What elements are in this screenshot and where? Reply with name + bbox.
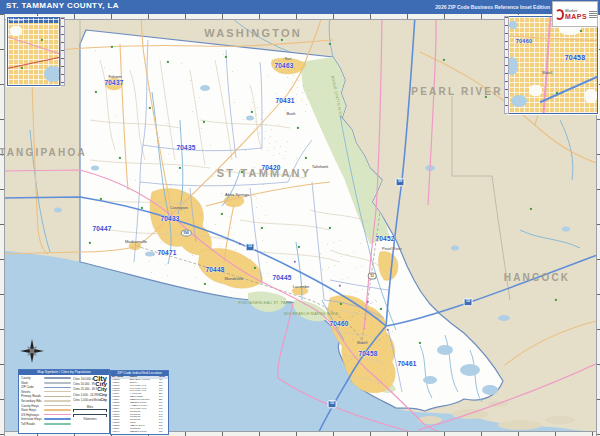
inset-right-marker [580, 30, 582, 32]
legend-city-sample: City [101, 399, 107, 402]
inset-right-marker [556, 92, 558, 94]
legend-symbol-label: Primary Roads [21, 394, 43, 398]
legend-symbol-line [44, 423, 71, 425]
legend-symbol-column: CountyStateZIP CodeStreetsPrimary RoadsS… [21, 376, 71, 426]
zip-index-cell: B2 [158, 431, 168, 434]
legend-symbol-label: Interstate Hwys [21, 417, 43, 421]
legend-symbol-line [44, 405, 71, 406]
legend-symbol-line [44, 418, 71, 420]
logo-swirl-icon [555, 9, 564, 20]
inset-right-open-area [529, 85, 542, 96]
legend-symbol-line [44, 382, 71, 384]
legend-symbol-label: US Highways [21, 413, 43, 417]
legend-symbol-label: Toll Roads [21, 422, 43, 426]
legend-symbol-line [44, 391, 71, 392]
zip-index-cell: 70471 [111, 431, 129, 434]
legend-city-row: Cities 5,000 - 24,999City [73, 392, 107, 397]
zip-index-table: ZIP CodeNameGrid70420ABITA SPRINGSC27043… [111, 376, 168, 434]
map-title: ST. TAMMANY COUNTY, LA [6, 1, 119, 10]
publisher-logo: Market MAPS [552, 1, 598, 27]
legend-symbol-label: Secondary Rds [21, 399, 43, 403]
logo-fineprint [589, 10, 597, 19]
legend-city-row: Cities 1,000 and BelowCity [73, 398, 107, 403]
legend-symbol-line [44, 400, 71, 401]
legend-city-label: Cities 100,000 and Above [73, 377, 93, 381]
inset-left-open-area [10, 26, 22, 36]
legend-city-sample: City [99, 393, 107, 397]
edition-label: 2026 ZIP Code Business Reference Inset E… [435, 4, 550, 10]
scale-miles-bar [73, 409, 107, 412]
legend-city-column: Cities 100,000 and AboveCityCities 50,00… [71, 376, 107, 426]
legend-symbol-label: County [21, 376, 43, 380]
compass-rose [19, 338, 45, 364]
inset-left-ruler [60, 17, 65, 86]
legend-symbol-line [44, 409, 71, 411]
legend-symbol-line [44, 387, 71, 389]
zip-index-box: ZIP Code Index/Grid Location ZIP CodeNam… [110, 370, 169, 435]
scale-kilometers: Kilometers [73, 414, 107, 421]
legend-city-label: Cities 25,000 - 49,999 [73, 387, 97, 391]
legend-symbol-label: State Hwys [21, 408, 43, 412]
zip-index-row: 70471MANDEVILLEB2 [111, 431, 168, 434]
legend-symbol-label: ZIP Code [21, 385, 43, 389]
inset-left-marker [21, 67, 23, 69]
legend-symbol-row: Toll Roads [21, 421, 71, 426]
legend-city-label: Cities 5,000 - 24,999 [73, 393, 99, 397]
inset-right-water [511, 95, 527, 107]
zip-index-cell: MANDEVILLE [129, 431, 158, 434]
legend-symbol-line [44, 396, 71, 397]
legend-symbol-label: County Hwys [21, 404, 43, 408]
legend-city-label: Cities 50,000 - 99,999 [73, 382, 95, 386]
inset-left-marker [41, 39, 43, 41]
inset-right-ruler [504, 16, 509, 114]
legend-symbol-label: State [21, 381, 43, 385]
map-page: WASHINGTONTANGIPAHOAPEARL RIVERST TAMMAN… [0, 0, 600, 436]
scale-km-label: Kilometers [73, 417, 107, 421]
logo-brand-bottom: MAPS [565, 13, 587, 20]
legend-symbol-line [44, 414, 71, 416]
legend-city-rows: Cities 100,000 and AboveCityCities 50,00… [73, 376, 107, 403]
legend-symbol-label: Streets [21, 390, 43, 394]
scale-miles: Miles [73, 405, 107, 412]
map-ruler-left [0, 14, 5, 436]
inset-map-right [508, 16, 598, 114]
inset-left-water [44, 66, 60, 82]
legend-symbol-line [44, 377, 71, 379]
legend-box: Map Symbols / Cities by Population Count… [18, 369, 110, 434]
inset-map-left: Covington [7, 17, 60, 86]
title-bar: ST. TAMMANY COUNTY, LA 2026 ZIP Code Bus… [0, 0, 600, 14]
legend-city-label: Cities 1,000 and Below [73, 398, 101, 402]
inset-right-water [509, 21, 517, 29]
inset-right-open-area [585, 89, 597, 103]
